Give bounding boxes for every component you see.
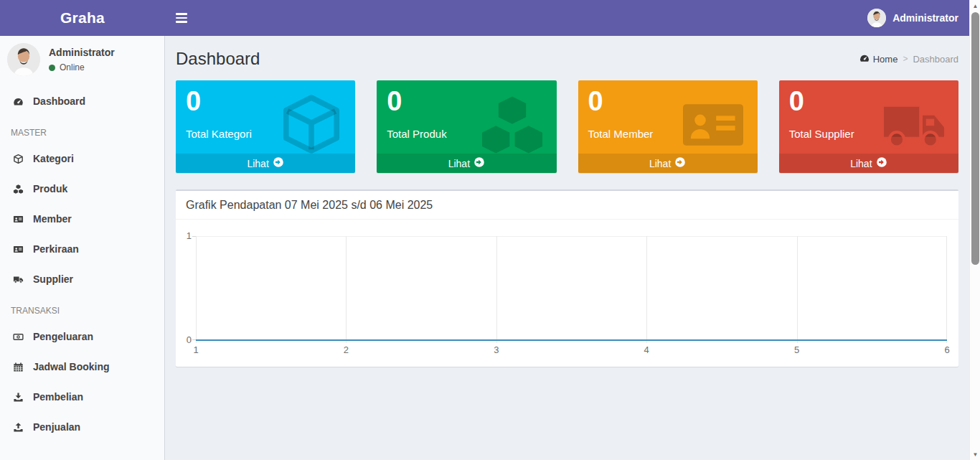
chart-box: Grafik Pendapatan 07 Mei 2025 s/d 06 Mei… xyxy=(176,189,958,367)
x-axis-tick-label: 3 xyxy=(494,344,499,355)
gridline xyxy=(946,236,947,343)
sidebar-item-member[interactable]: Member xyxy=(0,204,164,234)
info-box-value: 0 xyxy=(387,87,546,117)
sidebar-section-transaksi: TRANSAKSI xyxy=(0,294,164,321)
truck-icon xyxy=(11,274,25,285)
gridline xyxy=(196,236,197,343)
cube-icon xyxy=(11,154,25,164)
info-box-member: 0 Total Member Lihat xyxy=(578,80,758,173)
info-box-label: Total Member xyxy=(588,128,748,140)
breadcrumb-separator: > xyxy=(903,54,908,64)
info-box-produk: 0 Total Produk Lihat xyxy=(377,80,556,173)
lihat-label: Lihat xyxy=(649,158,671,169)
id-card-icon xyxy=(11,244,25,255)
id-card-icon xyxy=(11,214,25,225)
arrow-circle-right-icon xyxy=(876,156,887,170)
breadcrumb-home-link[interactable]: Home xyxy=(859,53,898,65)
download-icon xyxy=(11,392,25,403)
scroll-up-arrow[interactable]: ▲ xyxy=(970,0,980,11)
info-box-value: 0 xyxy=(789,87,948,117)
brand-logo[interactable]: Graha xyxy=(0,0,165,36)
chart-series-line xyxy=(196,339,947,341)
sidebar-item-kategori[interactable]: Kategori xyxy=(0,144,164,174)
tachometer-icon xyxy=(11,96,25,107)
upload-icon xyxy=(11,422,25,433)
sidebar-item-penjualan[interactable]: Penjualan xyxy=(0,412,164,442)
sidebar-toggle-button[interactable] xyxy=(165,0,197,36)
sidebar-item-label: Jadwal Booking xyxy=(33,361,110,372)
breadcrumb: Home > Dashboard xyxy=(859,53,958,65)
calendar-icon xyxy=(11,362,25,372)
sidebar-item-label: Pengeluaran xyxy=(33,331,93,342)
x-axis-tick-label: 5 xyxy=(794,344,799,355)
info-box-value: 0 xyxy=(588,87,748,117)
y-axis-tick-label: 1 xyxy=(177,230,192,241)
lihat-link[interactable]: Lihat xyxy=(779,154,958,173)
lihat-link[interactable]: Lihat xyxy=(377,154,556,173)
online-status-label: Online xyxy=(60,62,85,72)
brand-text: Graha xyxy=(60,9,105,27)
lihat-link[interactable]: Lihat xyxy=(578,154,758,173)
x-axis-labels: 1 2 3 4 5 6 xyxy=(196,344,947,356)
sidebar-item-dashboard[interactable]: Dashboard xyxy=(0,86,164,116)
info-box-label: Total Supplier xyxy=(789,128,948,140)
online-status-icon xyxy=(49,65,55,71)
sidebar-user-status: Online xyxy=(49,62,115,72)
gridline xyxy=(196,236,947,237)
gridline xyxy=(797,236,798,343)
sidebar-user-panel: Administrator Online xyxy=(0,36,164,86)
info-box-row: 0 Total Kategori Lihat 0 Total Produk xyxy=(176,80,958,173)
gridline xyxy=(496,236,497,343)
breadcrumb-current: Dashboard xyxy=(913,54,958,65)
sidebar-item-label: Member xyxy=(33,213,72,225)
sidebar-item-pengeluaran[interactable]: Pengeluaran xyxy=(0,321,164,352)
sidebar: Administrator Online Dashboard MASTER Ka xyxy=(0,36,165,460)
lihat-link[interactable]: Lihat xyxy=(176,154,355,173)
arrow-circle-right-icon xyxy=(674,156,686,170)
scrollbar-thumb[interactable] xyxy=(971,12,979,265)
info-box-label: Total Produk xyxy=(387,128,546,140)
cubes-icon xyxy=(11,184,25,194)
x-axis-tick-label: 6 xyxy=(944,344,949,355)
info-box-value: 0 xyxy=(186,87,345,117)
navbar-user-menu[interactable]: Administrator xyxy=(867,0,980,36)
sidebar-item-label: Dashboard xyxy=(33,95,85,107)
info-box-kategori: 0 Total Kategori Lihat xyxy=(176,80,355,173)
lihat-label: Lihat xyxy=(448,158,470,169)
lihat-label: Lihat xyxy=(850,158,872,169)
x-axis-tick-label: 4 xyxy=(644,344,649,355)
y-axis-tick-label: 0 xyxy=(177,334,192,345)
sidebar-item-produk[interactable]: Produk xyxy=(0,174,164,204)
info-box-label: Total Kategori xyxy=(186,128,345,140)
sidebar-item-supplier[interactable]: Supplier xyxy=(0,264,164,294)
top-navbar: Graha Administrator xyxy=(0,0,980,36)
dashboard-icon xyxy=(859,53,870,65)
sidebar-item-label: Produk xyxy=(33,183,67,194)
breadcrumb-home-label: Home xyxy=(873,54,898,65)
sidebar-item-label: Penjualan xyxy=(33,421,80,433)
lihat-label: Lihat xyxy=(247,158,268,169)
chart-plot-area: 1 0 1 2 3 4 xyxy=(176,220,958,367)
x-axis-tick-label: 1 xyxy=(193,344,198,355)
gridline xyxy=(346,236,347,343)
scroll-down-arrow[interactable]: ▼ xyxy=(970,449,980,460)
avatar-image xyxy=(867,9,886,27)
arrow-circle-right-icon xyxy=(273,156,284,170)
gridline xyxy=(646,236,647,343)
content-area: Dashboard Home > Dashboard 0 Total Kateg… xyxy=(165,36,980,460)
sidebar-item-pembelian[interactable]: Pembelian xyxy=(0,382,164,412)
sidebar-user-name: Administrator xyxy=(49,47,115,58)
x-axis-tick-label: 2 xyxy=(344,344,349,355)
money-bill-icon xyxy=(11,332,25,342)
sidebar-item-label: Kategori xyxy=(33,153,74,164)
axis-tick xyxy=(192,236,196,237)
sidebar-item-jadwal-booking[interactable]: Jadwal Booking xyxy=(0,352,164,382)
page-scrollbar[interactable]: ▲ ▼ xyxy=(969,0,980,460)
navbar-user-label: Administrator xyxy=(892,12,958,24)
sidebar-item-label: Pembelian xyxy=(33,391,83,403)
sidebar-section-master: MASTER xyxy=(0,116,164,144)
sidebar-item-perkiraan[interactable]: Perkiraan xyxy=(0,234,164,264)
sidebar-item-label: Perkiraan xyxy=(33,243,79,255)
sidebar-item-label: Supplier xyxy=(33,273,73,285)
sidebar-menu: Dashboard MASTER Kategori Produk Member xyxy=(0,86,164,442)
